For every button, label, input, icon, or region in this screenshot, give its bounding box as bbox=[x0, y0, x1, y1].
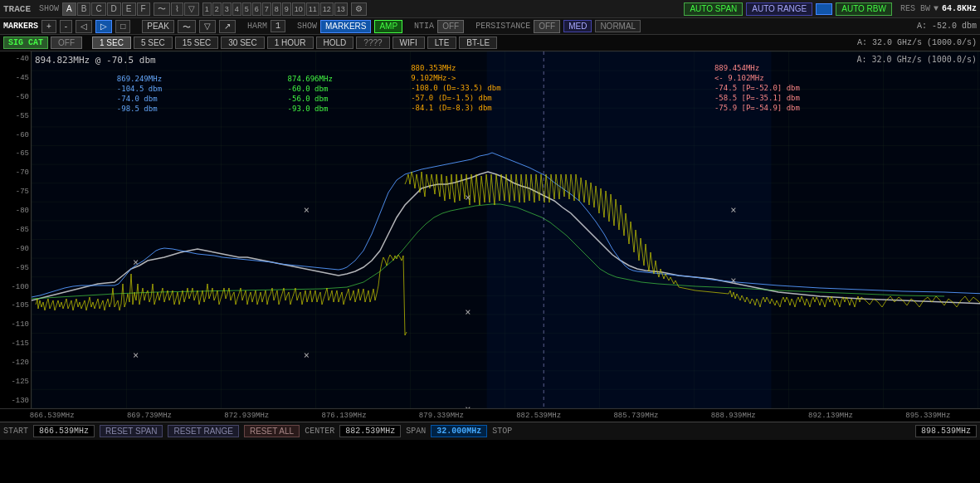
waveform-btn-2[interactable]: ⌇ bbox=[171, 2, 183, 16]
ch-btn[interactable]: 12 bbox=[320, 2, 334, 16]
m3-dbm3: -84.1 (D=-8.3) dbm bbox=[411, 104, 492, 112]
peak-waveform-btn[interactable]: 〜 bbox=[178, 20, 196, 33]
ch-btn[interactable]: 4 bbox=[232, 2, 241, 16]
waveform-btn-group: 〜 ⌇ ▽ bbox=[154, 2, 199, 16]
reset-all-button[interactable]: RESET ALL bbox=[244, 425, 300, 437]
stop-label: STOP bbox=[492, 427, 512, 436]
y-label: -130 bbox=[2, 397, 29, 405]
markers-bar: MARKERS + - ◁ ▷ □ PEAK 〜 ▽ ↗ HARM 1 SHOW… bbox=[0, 18, 980, 35]
y-label: -105 bbox=[2, 301, 29, 310]
marker-move-right-btn[interactable]: ▷ bbox=[95, 20, 112, 33]
persistance-off-btn[interactable]: OFF bbox=[534, 20, 560, 33]
settings-icon-btn[interactable]: ⚙ bbox=[351, 2, 367, 16]
m2-dbm3: -93.0 dbm bbox=[288, 105, 329, 113]
reset-range-button[interactable]: RESET RANGE bbox=[168, 425, 239, 437]
trace-btn-b[interactable]: B bbox=[77, 2, 91, 16]
m2-freq: 874.696MHz bbox=[288, 75, 333, 83]
sig-cat-label: SIG CAT bbox=[3, 37, 48, 49]
trace-btn-f[interactable]: F bbox=[137, 2, 150, 16]
y-label: -120 bbox=[2, 359, 29, 367]
svg-text:×: × bbox=[465, 306, 470, 318]
ch-btn[interactable]: 3 bbox=[222, 2, 232, 16]
m4-dbm2: -58.5 [P=-35.1] dbm bbox=[714, 94, 800, 102]
reset-span-button[interactable]: RESET SPAN bbox=[100, 425, 163, 437]
res-bw-value: 64.8KHz bbox=[942, 4, 977, 13]
qmark-btn[interactable]: ???? bbox=[356, 37, 389, 49]
marker-minus-btn[interactable]: - bbox=[60, 20, 72, 33]
marker-move-left-btn[interactable]: ◁ bbox=[76, 20, 92, 33]
ch-btn[interactable]: 6 bbox=[252, 2, 261, 16]
waveform-btn-3[interactable]: ▽ bbox=[184, 2, 199, 16]
m3-dbm2: -57.0 (D=-1.5) dbm bbox=[411, 94, 492, 102]
marker-box-btn[interactable]: □ bbox=[115, 20, 130, 33]
peak-arrow-btn[interactable]: ↗ bbox=[219, 20, 236, 33]
ch-btn[interactable]: 11 bbox=[306, 2, 319, 16]
m1-dbm3: -98.5 dbm bbox=[117, 105, 158, 113]
time-1sec-btn[interactable]: 1 SEC bbox=[92, 37, 131, 49]
y-label: -80 bbox=[2, 207, 29, 215]
chart-a-rate: A: 32.0 GHz/s (1000.0/s) bbox=[857, 55, 978, 64]
freq-label-7: 885.739MHz bbox=[588, 412, 685, 420]
y-label: -100 bbox=[2, 283, 29, 291]
m1-dbm1: -104.5 dbm bbox=[117, 85, 162, 93]
ntia-off-btn[interactable]: OFF bbox=[437, 20, 464, 33]
chart-canvas: × × × × × × × × × 894.823MHz @ -70.5 dbm… bbox=[32, 51, 980, 408]
a-rate-label: A: 32.0 GHz/s (1000.0/s) bbox=[857, 38, 977, 47]
freq-label-1: 866.539MHz bbox=[3, 412, 100, 420]
y-label: -65 bbox=[2, 149, 29, 158]
waveform-btn-1[interactable]: 〜 bbox=[154, 2, 170, 16]
y-label: -75 bbox=[2, 188, 29, 196]
sig-cat-off-btn[interactable]: OFF bbox=[51, 37, 82, 49]
btle-btn[interactable]: BT-LE bbox=[459, 37, 497, 49]
peak-v-btn[interactable]: ▽ bbox=[199, 20, 216, 33]
hold-btn[interactable]: HOLD bbox=[316, 37, 354, 49]
auto-span-button[interactable]: AUTO SPAN bbox=[684, 2, 743, 16]
svg-text:×: × bbox=[465, 403, 470, 408]
svg-text:×: × bbox=[304, 204, 310, 216]
y-label: -115 bbox=[2, 339, 29, 348]
ch-btn[interactable]: 1 bbox=[202, 2, 212, 16]
trace-btn-c[interactable]: C bbox=[91, 2, 105, 16]
time-1hour-btn[interactable]: 1 HOUR bbox=[267, 37, 314, 49]
auto-rbw-button[interactable]: AUTO RBW bbox=[836, 2, 892, 16]
auto-range-button[interactable]: AUTO RANGE bbox=[746, 2, 812, 16]
show-label2: SHOW bbox=[297, 22, 317, 31]
ch-btn[interactable]: 10 bbox=[292, 2, 305, 16]
top-bar: TRACE SHOW A B C D E F 〜 ⌇ ▽ 1 2 3 4 5 6… bbox=[0, 0, 980, 18]
markers-toggle-btn[interactable]: MARKERS bbox=[320, 20, 371, 33]
peak-button[interactable]: PEAK bbox=[142, 20, 174, 33]
sig-cat-bar: SIG CAT OFF 1 SEC 5 SEC 15 SEC 30 SEC 1 … bbox=[0, 35, 980, 51]
ch-btn[interactable]: 5 bbox=[242, 2, 251, 16]
freq-label-3: 872.939MHz bbox=[198, 412, 295, 420]
span-label: SPAN bbox=[406, 427, 426, 436]
y-axis: -40 -45 -50 -55 -60 -65 -70 -75 -80 -85 … bbox=[0, 51, 32, 408]
time-30sec-btn[interactable]: 30 SEC bbox=[221, 37, 264, 49]
y-label: -45 bbox=[2, 74, 29, 82]
marker-plus-btn[interactable]: + bbox=[41, 20, 56, 33]
ch-btn[interactable]: 13 bbox=[334, 2, 348, 16]
trace-btn-e[interactable]: E bbox=[122, 2, 136, 16]
m3-freq: 880.353MHz bbox=[411, 64, 456, 72]
svg-text:×: × bbox=[304, 349, 310, 361]
ch-btn[interactable]: 8 bbox=[272, 2, 281, 16]
ntia-label: NTIA bbox=[414, 22, 434, 31]
m3-arrow: 9.102MHz-> bbox=[411, 74, 456, 82]
persistance-med-btn[interactable]: MED bbox=[563, 20, 592, 32]
start-value: 866.539MHz bbox=[33, 425, 95, 437]
y-label: -70 bbox=[2, 168, 29, 177]
wifi-btn[interactable]: WIFI bbox=[392, 37, 425, 49]
time-5sec-btn[interactable]: 5 SEC bbox=[134, 37, 173, 49]
trace-btn-d[interactable]: D bbox=[107, 2, 121, 16]
ch-btn[interactable]: 9 bbox=[282, 2, 291, 16]
ch-btn[interactable]: 7 bbox=[262, 2, 271, 16]
m4-freq: 889.454MHz bbox=[714, 64, 759, 72]
start-label: START bbox=[3, 427, 28, 436]
lte-btn[interactable]: LTE bbox=[427, 37, 457, 49]
chart-area: -40 -45 -50 -55 -60 -65 -70 -75 -80 -85 … bbox=[0, 51, 980, 408]
time-15sec-btn[interactable]: 15 SEC bbox=[175, 37, 218, 49]
amp-toggle-btn[interactable]: AMP bbox=[374, 20, 402, 33]
a-level-markers: A: -52.0 dbm bbox=[917, 22, 977, 31]
trace-btn-a[interactable]: A bbox=[62, 2, 76, 16]
ch-btn[interactable]: 2 bbox=[212, 2, 222, 16]
persistance-normal-btn[interactable]: NORMAL bbox=[595, 20, 641, 32]
